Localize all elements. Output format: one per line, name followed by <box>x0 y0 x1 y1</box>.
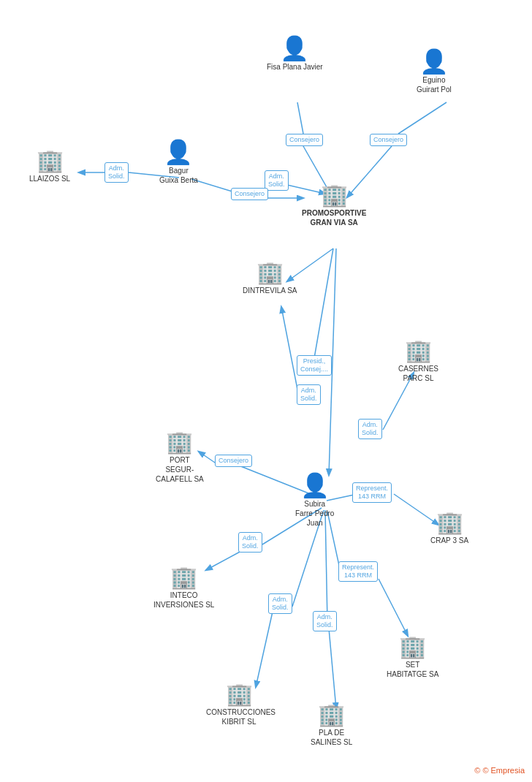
badge-represent-143-2: Represent.143 RRM <box>338 561 378 582</box>
building-icon-set: 🏢 <box>399 636 426 658</box>
label-llaizos: LLAIZOS SL <box>29 174 70 183</box>
building-icon-inteco: 🏢 <box>170 566 197 588</box>
badge-adm-solid-1: Adm.Solid. <box>265 170 289 191</box>
label-construcciones: CONSTRUCCIONESKIBRIT SL <box>206 707 272 726</box>
building-icon-pla: 🏢 <box>318 704 345 726</box>
label-bagur: BagurGuixa Berta <box>159 166 198 185</box>
label-eguino: EguinoGuirart Pol <box>417 75 452 94</box>
label-subira: SubiraFarre PedroJuan <box>295 499 334 528</box>
node-casernes: 🏢 CASERNESPARC SL <box>398 340 438 383</box>
person-icon-bagur: 👤 <box>164 140 193 164</box>
node-llaizos: 🏢 LLAIZOS SL <box>29 150 70 183</box>
node-pla-salines: 🏢 PLA DESALINES SL <box>311 704 352 747</box>
building-icon-llaizos: 🏢 <box>37 150 64 172</box>
watermark-copyright: © <box>474 766 480 775</box>
badge-consejero-eguino: Consejero <box>370 134 407 146</box>
node-fisa-plana: 👤 Fisa Plana Javier <box>267 37 323 72</box>
svg-line-24 <box>329 629 336 709</box>
label-pla: PLA DESALINES SL <box>311 728 352 747</box>
building-icon-crap3: 🏢 <box>436 512 463 534</box>
building-icon-dintrevila: 🏢 <box>256 262 284 284</box>
watermark: © © Empresia <box>474 766 525 775</box>
building-icon-construcciones: 🏢 <box>226 683 253 705</box>
building-icon-casernes: 🏢 <box>405 340 432 362</box>
building-icon-promosportive: 🏢 <box>321 184 348 206</box>
node-set-habitatge: 🏢 SETHABITATGE SA <box>387 636 438 679</box>
badge-adm-solid-3: Adm.Solid. <box>268 593 292 614</box>
label-casernes: CASERNESPARC SL <box>398 364 438 383</box>
badge-presid-consej: Presid.,Consej.... <box>297 355 332 376</box>
badge-adm-solid-2: Adm.Solid. <box>297 384 321 405</box>
person-icon-eguino: 👤 <box>419 50 449 73</box>
label-promosportive: PROMOSPORTIVEGRAN VIA SA <box>302 208 366 227</box>
badge-adm-solid-llaizos: Adm.Solid. <box>104 162 129 183</box>
org-chart: 👤 Fisa Plana Javier 👤 EguinoGuirart Pol … <box>0 0 532 782</box>
node-inteco: 🏢 INTECOINVERSIONES SL <box>153 566 214 610</box>
label-port: PORTSEGUR-CALAFELL SA <box>156 455 204 484</box>
node-bagur: 👤 BagurGuixa Berta <box>159 140 198 185</box>
label-dintrevila: DINTREVILA SA <box>243 286 297 295</box>
svg-line-1 <box>398 102 446 134</box>
badge-represent-143-1: Represent.143 RRM <box>352 482 392 503</box>
badge-consejero-fisa: Consejero <box>286 134 323 146</box>
building-icon-port: 🏢 <box>166 431 193 453</box>
node-dintrevila: 🏢 DINTREVILA SA <box>243 262 297 295</box>
svg-line-11 <box>314 248 333 358</box>
badge-adm-solid-casernes: Adm.Solid. <box>358 419 382 439</box>
person-icon-subira: 👤 <box>300 474 330 497</box>
person-icon-fisa: 👤 <box>280 37 309 60</box>
node-port-segur: 🏢 PORTSEGUR-CALAFELL SA <box>156 431 204 484</box>
node-eguino: 👤 EguinoGuirart Pol <box>417 50 452 94</box>
svg-line-22 <box>256 612 273 687</box>
label-fisa: Fisa Plana Javier <box>267 62 323 72</box>
node-construcciones: 🏢 CONSTRUCCIONESKIBRIT SL <box>206 683 272 726</box>
label-inteco: INTECOINVERSIONES SL <box>153 591 214 610</box>
connection-lines <box>0 0 532 782</box>
node-subira: 👤 SubiraFarre PedroJuan <box>295 474 334 528</box>
badge-adm-solid-inteco: Adm.Solid. <box>238 532 262 553</box>
watermark-text: © Empresia <box>482 766 525 775</box>
badge-consejero-port: Consejero <box>215 455 252 467</box>
node-promosportive: 🏢 PROMOSPORTIVEGRAN VIA SA <box>302 184 366 227</box>
node-crap3: 🏢 CRAP 3 SA <box>430 512 468 545</box>
label-set: SETHABITATGE SA <box>387 660 438 679</box>
badge-adm-solid-4: Adm.Solid. <box>313 611 337 631</box>
badge-consejero-bagur: Consejero <box>231 188 268 200</box>
label-crap3: CRAP 3 SA <box>430 536 468 545</box>
svg-line-20 <box>379 579 408 636</box>
svg-line-0 <box>297 102 303 134</box>
